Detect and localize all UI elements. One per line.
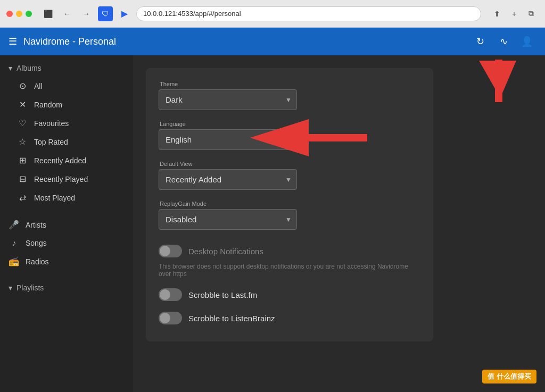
default-view-label: Default View	[159, 161, 420, 167]
language-group: Language English French German Spanish ▼	[159, 121, 420, 150]
scrobble-listenbrainz-toggle[interactable]	[159, 312, 182, 324]
sidebar-item-random[interactable]: ✕ Random	[0, 95, 133, 114]
scrobble-listenbrainz-label: Scrobble to ListenBrainz	[188, 314, 275, 323]
sidebar-item-label: Recently Added	[34, 156, 86, 165]
chevron-down-icon-playlists: ▾	[9, 283, 12, 292]
toggle-knob-lastfm	[160, 289, 170, 300]
sidebar: ▾ Albums ⊙ All ✕ Random ♡ Favourites ☆ T…	[0, 55, 133, 392]
traffic-lights	[6, 11, 32, 17]
toggle-knob	[160, 246, 170, 256]
sidebar-item-all[interactable]: ⊙ All	[0, 77, 133, 95]
radios-label: Radios	[26, 257, 49, 266]
browser-chrome: ⬛ ← → 🛡 ▶ 10.0.0.121:4533/app/#/personal…	[0, 0, 545, 28]
sidebar-item-label: Random	[34, 101, 62, 109]
user-menu-button[interactable]: 👤	[517, 32, 536, 51]
sidebar-toggle-browser[interactable]: ⬛	[40, 6, 55, 21]
notification-note: This browser does not support desktop no…	[159, 263, 420, 278]
sidebar-item-songs[interactable]: ♪ Songs	[0, 234, 133, 252]
tabs-button[interactable]: ⧉	[524, 6, 539, 21]
scrobble-listenbrainz-row: Scrobble to ListenBrainz	[159, 307, 420, 329]
most-played-icon: ⇄	[17, 193, 28, 203]
url-text: 10.0.0.121:4533/app/#/personal	[143, 10, 241, 18]
browser-actions: ⬆ + ⧉	[490, 6, 539, 21]
sidebar-item-label: Favourites	[34, 119, 69, 128]
songs-icon: ♪	[9, 238, 19, 248]
maximize-button[interactable]	[26, 11, 32, 17]
close-button[interactable]	[6, 11, 13, 17]
sidebar-item-top-rated[interactable]: ☆ Top Rated	[0, 132, 133, 151]
desktop-notifications-row: Desktop Notifications	[159, 240, 420, 262]
theme-label: Theme	[159, 81, 420, 87]
artists-section: 🎤 Artists ♪ Songs 📻 Radios	[0, 211, 133, 275]
playlists-group-header[interactable]: ▾ Playlists	[0, 279, 133, 296]
albums-label: Albums	[16, 64, 42, 72]
desktop-notifications-label: Desktop Notifications	[188, 247, 263, 256]
menu-toggle[interactable]: ☰	[9, 36, 17, 47]
recently-played-icon: ⊟	[17, 174, 28, 184]
recently-added-icon: ⊞	[17, 155, 28, 165]
artists-icon: 🎤	[9, 220, 19, 230]
theme-select-wrapper: Dark Light System ▼	[159, 89, 297, 110]
albums-section: ▾ Albums ⊙ All ✕ Random ♡ Favourites ☆ T…	[0, 55, 133, 211]
language-select-wrapper: English French German Spanish ▼	[159, 129, 297, 150]
forward-button[interactable]: →	[79, 6, 94, 21]
scrobble-lastfm-label: Scrobble to Last.fm	[188, 290, 257, 299]
address-bar[interactable]: 10.0.0.121:4533/app/#/personal	[136, 6, 481, 21]
app-title: Navidrome - Personal	[23, 36, 464, 47]
shield-icon: 🛡	[98, 6, 113, 21]
refresh-button[interactable]: ↻	[470, 32, 490, 51]
default-view-group: Default View Recently Added All Random F…	[159, 161, 420, 190]
sidebar-item-label: Top Rated	[34, 138, 68, 146]
content-area: Theme Dark Light System ▼ Language Engli…	[133, 55, 545, 392]
app-header: ☰ Navidrome - Personal ↻ ∿ 👤	[0, 28, 545, 55]
play-icon: ▶	[117, 6, 132, 21]
language-select[interactable]: English French German Spanish	[159, 129, 297, 150]
all-icon: ⊙	[17, 81, 28, 91]
default-view-select[interactable]: Recently Added All Random Favourites	[159, 169, 297, 190]
theme-select[interactable]: Dark Light System	[159, 89, 297, 110]
toggle-knob-listenbrainz	[160, 313, 170, 323]
sidebar-item-label: Most Played	[34, 194, 75, 202]
header-actions: ↻ ∿ 👤	[470, 32, 536, 51]
replay-gain-select[interactable]: Disabled Track Album	[159, 209, 297, 230]
star-icon: ☆	[17, 137, 28, 147]
minimize-button[interactable]	[16, 11, 22, 17]
desktop-notifications-section: Desktop Notifications This browser does …	[159, 240, 420, 278]
heart-icon: ♡	[17, 118, 28, 128]
sidebar-item-label: All	[34, 82, 43, 90]
artists-label: Artists	[26, 221, 46, 229]
share-button[interactable]: ⬆	[490, 6, 505, 21]
chevron-down-icon: ▾	[9, 64, 12, 72]
default-view-select-wrapper: Recently Added All Random Favourites ▼	[159, 169, 297, 190]
sidebar-item-recently-played[interactable]: ⊟ Recently Played	[0, 170, 133, 188]
sidebar-item-recently-added[interactable]: ⊞ Recently Added	[0, 151, 133, 170]
theme-group: Theme Dark Light System ▼	[159, 81, 420, 110]
playlists-label: Playlists	[16, 283, 44, 292]
random-icon: ✕	[17, 99, 28, 110]
scrobble-lastfm-toggle[interactable]	[159, 288, 182, 301]
sidebar-item-radios[interactable]: 📻 Radios	[0, 252, 133, 271]
new-tab-button[interactable]: +	[507, 6, 522, 21]
songs-label: Songs	[26, 239, 47, 247]
settings-panel: Theme Dark Light System ▼ Language Engli…	[146, 68, 433, 341]
replay-gain-select-wrapper: Disabled Track Album ▼	[159, 209, 297, 230]
sidebar-item-label: Recently Played	[34, 175, 88, 184]
language-label: Language	[159, 121, 420, 127]
watermark: 值 什么值得买	[482, 370, 536, 383]
replay-gain-group: ReplayGain Mode Disabled Track Album ▼	[159, 201, 420, 230]
back-button[interactable]: ←	[60, 6, 75, 21]
playlists-section: ▾ Playlists	[0, 275, 133, 301]
main-layout: ▾ Albums ⊙ All ✕ Random ♡ Favourites ☆ T…	[0, 55, 545, 392]
scrobble-lastfm-row: Scrobble to Last.fm	[159, 284, 420, 305]
replay-gain-label: ReplayGain Mode	[159, 201, 420, 207]
radios-icon: 📻	[9, 256, 19, 266]
sidebar-item-artists[interactable]: 🎤 Artists	[0, 215, 133, 234]
activity-button[interactable]: ∿	[494, 32, 513, 51]
desktop-notifications-toggle[interactable]	[159, 245, 182, 257]
sidebar-item-most-played[interactable]: ⇄ Most Played	[0, 188, 133, 207]
albums-group-header[interactable]: ▾ Albums	[0, 60, 133, 77]
sidebar-item-favourites[interactable]: ♡ Favourites	[0, 114, 133, 132]
